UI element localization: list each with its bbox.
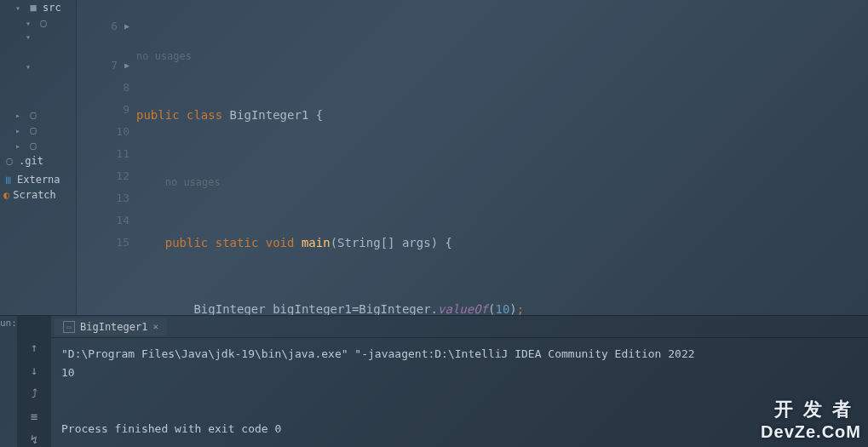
run-gutter-icon[interactable]: ▶	[124, 15, 129, 37]
tree-item[interactable]	[0, 73, 76, 107]
usage-hint: no usages	[165, 176, 221, 188]
console-line: Process finished with exit code 0	[61, 422, 281, 435]
usage-hint: no usages	[136, 50, 192, 62]
line-number: 14	[116, 209, 129, 232]
pin-button[interactable]: ≡	[26, 408, 43, 424]
line-number: 15	[116, 232, 129, 254]
run-label: un:	[0, 316, 17, 447]
rerun-button[interactable]: ↑	[26, 340, 43, 356]
tree-item[interactable]: ▸ ▢	[0, 123, 76, 138]
external-libraries[interactable]: ⫼ Externa	[0, 172, 76, 187]
code-line[interactable]: BigInteger bigInteger1=BigInteger.valueO…	[136, 298, 868, 315]
folder-icon: ▢	[3, 155, 15, 167]
watermark-domain: DevZe.CoM	[761, 422, 861, 442]
folder-icon: ▢	[37, 17, 49, 29]
scratches[interactable]: ◐ Scratch	[0, 187, 76, 203]
line-number: 13	[116, 187, 129, 209]
console-line: 10	[61, 366, 75, 379]
code-editor[interactable]: 6▶ 7▶ 8 9 10 11 12 13 14 15 no usages pu…	[77, 0, 868, 315]
tree-label: Externa	[17, 174, 60, 186]
run-toolbar: ↑ ↓ ⤴ ≡ ↯	[17, 316, 51, 447]
watermark: 开发者 DevZe.CoM	[761, 397, 861, 442]
chevron-right-icon: ▸	[15, 141, 24, 151]
line-number: 12	[116, 165, 129, 187]
chevron-down-icon: ▾	[26, 62, 34, 72]
folder-icon: ▢	[27, 109, 39, 121]
tree-item[interactable]: ▾	[0, 31, 76, 43]
tree-item[interactable]	[0, 43, 76, 60]
line-number: 9	[123, 99, 129, 121]
chevron-right-icon: ▸	[15, 126, 24, 135]
line-number: 8	[123, 77, 129, 99]
run-tab[interactable]: ▭ BigInteger1 ✕	[55, 318, 167, 335]
folder-icon: ▢	[27, 140, 39, 152]
tree-label: Scratch	[13, 189, 56, 201]
soft-wrap-button[interactable]: ↯	[26, 431, 43, 447]
tree-item[interactable]: ▸ ▢	[0, 107, 76, 123]
run-tool-window: un: ↑ ↓ ⤴ ≡ ↯ ▭ BigInteger1 ✕ "D:\Progra…	[0, 315, 868, 447]
chevron-down-icon: ▾	[26, 32, 34, 42]
line-number: 10	[116, 121, 129, 143]
stop-button[interactable]: ↓	[26, 363, 43, 379]
watermark-text: 开发者	[761, 397, 861, 422]
scratch-icon: ◐	[3, 189, 9, 201]
close-icon[interactable]: ✕	[152, 321, 158, 332]
project-tree[interactable]: ▾ ■ src ▾ ▢ ▾ ▾ ▸ ▢ ▸ ▢	[0, 0, 77, 315]
settings-button[interactable]: ⤴	[26, 386, 43, 402]
tree-label: src	[43, 2, 61, 14]
tree-label: .git	[19, 155, 43, 167]
code-line[interactable]: public class BigInteger1 {	[136, 104, 868, 126]
run-tabs: ▭ BigInteger1 ✕	[51, 316, 868, 338]
chevron-down-icon: ▾	[26, 19, 34, 28]
run-config-icon: ▭	[63, 321, 75, 333]
folder-icon: ■	[27, 2, 39, 14]
line-number: 6	[111, 15, 118, 37]
tree-item-git[interactable]: ▢ .git	[0, 153, 76, 169]
code-content[interactable]: no usages public class BigInteger1 { no …	[136, 0, 868, 315]
editor-gutter: 6▶ 7▶ 8 9 10 11 12 13 14 15	[77, 0, 136, 315]
tree-item[interactable]: ▾ ▢	[0, 15, 76, 31]
tree-item[interactable]: ▾	[0, 60, 76, 73]
tree-item-src[interactable]: ▾ ■ src	[0, 0, 76, 15]
code-line[interactable]: public static void main(String[] args) {	[136, 232, 868, 254]
console-output[interactable]: "D:\Program Files\Java\jdk-19\bin\java.e…	[51, 338, 868, 447]
tree-item[interactable]: ▸ ▢	[0, 138, 76, 153]
run-tab-label: BigInteger1	[80, 321, 147, 333]
chevron-right-icon: ▸	[15, 111, 24, 120]
library-icon: ⫼	[3, 174, 14, 186]
console-line: "D:\Program Files\Java\jdk-19\bin\java.e…	[61, 347, 695, 360]
line-number: 7	[111, 54, 118, 77]
line-number: 11	[116, 143, 129, 165]
run-gutter-icon[interactable]: ▶	[124, 54, 129, 77]
folder-icon: ▢	[27, 124, 39, 136]
chevron-down-icon: ▾	[15, 3, 24, 13]
